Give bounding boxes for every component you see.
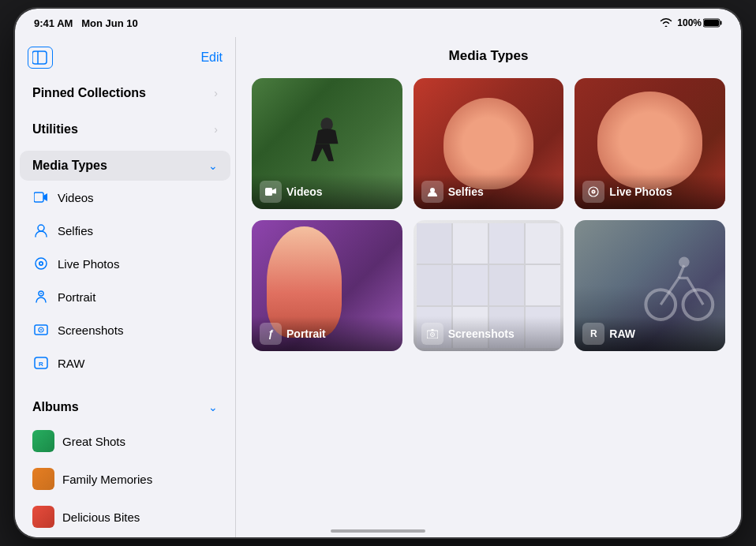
live-photos-badge-icon xyxy=(582,181,604,203)
albums-row[interactable]: Albums ⌄ xyxy=(20,392,230,422)
sidebar-item-live-photos[interactable]: Live Photos xyxy=(20,247,230,280)
status-icons: 100% xyxy=(660,17,722,29)
selfies-icon xyxy=(32,222,50,239)
media-types-grid: Videos Selfies xyxy=(236,72,741,364)
sidebar-album-in-the-sun[interactable]: In the Sun xyxy=(20,536,230,537)
utilities-row[interactable]: Utilities › xyxy=(20,114,230,144)
svg-rect-25 xyxy=(431,329,433,331)
raw-badge-icon: R xyxy=(582,323,604,345)
sidebar-item-selfies[interactable]: Selfies xyxy=(20,214,230,247)
sidebar: Edit Pinned Collections › Utilities › xyxy=(15,37,236,537)
portrait-badge-icon: ƒ xyxy=(260,323,282,345)
sidebar-item-portrait[interactable]: Portrait xyxy=(20,280,230,313)
sidebar-header: Edit xyxy=(15,37,235,75)
sidebar-item-videos[interactable]: Videos xyxy=(20,181,230,214)
pinned-collections-row[interactable]: Pinned Collections › xyxy=(20,78,230,108)
albums-section: Albums ⌄ Great Shots Family Memories xyxy=(15,389,235,537)
pinned-collections-section: Pinned Collections › xyxy=(15,75,235,111)
screenshots-badge-icon xyxy=(421,323,443,345)
tile-screenshots[interactable]: Screenshots xyxy=(414,220,564,351)
battery-indicator: 100% xyxy=(677,17,722,28)
media-types-section: Media Types ⌄ Videos xyxy=(15,148,235,383)
edit-button[interactable]: Edit xyxy=(200,50,223,65)
svg-rect-5 xyxy=(34,193,43,202)
status-bar: 9:41 AM Mon Jun 10 100% xyxy=(15,9,741,37)
main-content: Media Types xyxy=(236,37,741,537)
svg-rect-17 xyxy=(265,188,272,196)
page-title: Media Types xyxy=(449,48,529,64)
live-photos-icon xyxy=(32,255,50,272)
svg-point-6 xyxy=(38,225,44,231)
ipad-frame: 9:41 AM Mon Jun 10 100% xyxy=(15,9,741,537)
tile-live-photos-label: Live Photos xyxy=(609,185,672,198)
albums-chevron-icon: ⌄ xyxy=(208,401,218,413)
svg-rect-2 xyxy=(720,21,722,25)
sidebar-item-raw[interactable]: R RAW xyxy=(20,346,230,380)
sidebar-album-great-shots[interactable]: Great Shots xyxy=(20,422,230,460)
svg-point-24 xyxy=(432,334,433,335)
selfies-badge-icon xyxy=(421,181,443,203)
tile-selfies[interactable]: Selfies xyxy=(414,78,564,209)
tile-portrait-label: Portrait xyxy=(286,327,326,340)
svg-rect-3 xyxy=(32,51,47,64)
status-time: 9:41 AM Mon Jun 10 xyxy=(34,17,138,29)
sidebar-album-family-memories[interactable]: Family Memories xyxy=(20,460,230,498)
tile-portrait[interactable]: ƒ Portrait xyxy=(252,220,402,351)
raw-icon: R xyxy=(32,354,50,372)
video-icon xyxy=(32,189,50,206)
album-thumb-delicious-bites xyxy=(32,506,54,528)
sidebar-toggle-button[interactable] xyxy=(28,47,53,69)
tile-videos-label: Videos xyxy=(286,185,323,198)
app-container: Edit Pinned Collections › Utilities › xyxy=(15,37,741,537)
content-header: Media Types xyxy=(236,37,741,72)
portrait-icon xyxy=(32,288,50,305)
album-thumb-great-shots xyxy=(32,430,54,452)
svg-point-13 xyxy=(40,329,42,331)
wifi-icon xyxy=(660,17,672,29)
media-types-chevron-icon: ⌄ xyxy=(208,159,218,172)
tile-videos[interactable]: Videos xyxy=(252,78,402,209)
svg-rect-1 xyxy=(704,20,719,26)
svg-point-28 xyxy=(679,256,689,267)
tile-screenshots-label: Screenshots xyxy=(448,327,515,340)
videos-badge-icon xyxy=(260,181,282,203)
sidebar-item-screenshots[interactable]: Screenshots xyxy=(20,313,230,346)
pinned-chevron-icon: › xyxy=(214,87,218,99)
tile-raw-label: RAW xyxy=(609,327,635,340)
svg-text:R: R xyxy=(39,361,43,368)
svg-point-21 xyxy=(593,191,594,193)
tile-live-photos[interactable]: Live Photos xyxy=(574,78,725,209)
media-types-row[interactable]: Media Types ⌄ xyxy=(20,151,230,181)
svg-point-9 xyxy=(40,263,42,264)
home-indicator xyxy=(331,529,425,533)
tile-selfies-label: Selfies xyxy=(448,185,484,198)
album-thumb-family-memories xyxy=(32,468,54,490)
svg-point-10 xyxy=(40,293,42,294)
screenshots-icon xyxy=(32,321,50,338)
sidebar-album-delicious-bites[interactable]: Delicious Bites xyxy=(20,498,230,536)
utilities-chevron-icon: › xyxy=(214,123,218,136)
utilities-section: Utilities › xyxy=(15,111,235,148)
tile-raw[interactable]: R RAW xyxy=(574,220,725,351)
